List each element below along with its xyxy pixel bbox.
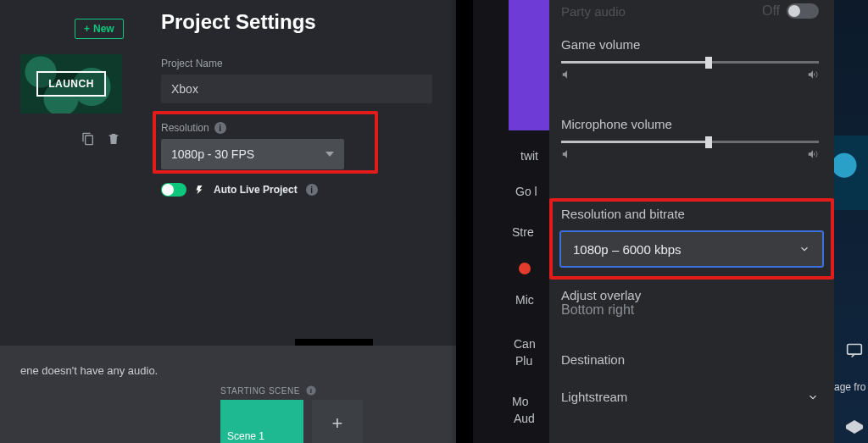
plus-icon: + — [84, 23, 90, 35]
truncated-text: age fro — [834, 381, 865, 393]
chevron-down-icon — [326, 152, 334, 157]
no-audio-message: ene doesn't have any audio. — [20, 364, 158, 377]
lightstream-panel: + New LAUNCH Project Settings Project Na… — [0, 0, 456, 443]
peek-text: Aud — [514, 412, 535, 425]
duplicate-icon[interactable] — [81, 132, 95, 149]
app-root: + New LAUNCH Project Settings Project Na… — [0, 0, 868, 443]
starting-scene-label: STARTING SCENE i — [220, 385, 363, 396]
peek-text: Mic — [515, 293, 534, 307]
broadcast-settings-panel: Party audio Off Game volume Microphone v… — [549, 0, 834, 443]
record-indicator-icon — [519, 263, 531, 274]
peek-text: Can — [514, 337, 536, 351]
resolution-bitrate-label: Resolution and bitrate — [561, 207, 819, 222]
volume-low-icon — [561, 69, 573, 84]
lightstream-row[interactable]: Lightstream — [561, 390, 819, 404]
add-scene-button[interactable]: + — [312, 400, 363, 443]
volume-high-icon — [807, 148, 819, 163]
lightstream-label: Lightstream — [561, 390, 627, 404]
peek-text: Mo — [512, 395, 528, 408]
launch-button[interactable]: LAUNCH — [36, 71, 106, 97]
adjust-overlay-label: Adjust overlay — [561, 288, 819, 302]
chevron-down-icon — [798, 243, 810, 255]
volume-low-icon — [561, 148, 573, 163]
resolution-label: Resolution i — [161, 122, 441, 134]
game-art-strip — [834, 0, 868, 443]
peek-text: Stre — [512, 225, 534, 239]
destination-row[interactable]: Destination — [561, 352, 819, 368]
scene-1-label: Scene 1 — [227, 430, 264, 442]
chat-icon[interactable] — [844, 342, 865, 359]
peek-text: Go l — [515, 185, 537, 198]
mic-volume-label: Microphone volume — [561, 117, 819, 163]
resolution-value: 1080p - 30 FPS — [171, 147, 254, 161]
game-tile[interactable] — [834, 136, 868, 210]
party-audio-toggle[interactable] — [787, 3, 819, 19]
volume-high-icon — [807, 69, 819, 84]
shadow — [449, 0, 473, 443]
peek-text: twit — [520, 149, 538, 163]
info-icon[interactable]: i — [306, 184, 318, 196]
game-volume-label: Game volume — [561, 37, 819, 84]
project-thumbnail[interactable]: LAUNCH — [20, 54, 122, 114]
info-icon[interactable]: i — [306, 385, 315, 395]
project-settings-form: Project Settings Project Name Resolution… — [161, 10, 441, 197]
bolt-icon — [195, 185, 205, 195]
auto-live-toggle[interactable] — [161, 183, 186, 197]
peek-text: Plu — [515, 354, 532, 368]
chevron-down-icon — [807, 391, 819, 403]
trash-icon[interactable] — [107, 132, 120, 149]
twitch-accent — [509, 0, 549, 130]
scenes-area: STARTING SCENE i Scene 1 + — [220, 385, 363, 443]
page-title: Project Settings — [161, 10, 441, 34]
destination-label: Destination — [561, 352, 625, 367]
auto-live-label: Auto Live Project — [214, 184, 298, 196]
scene-tile-1[interactable]: Scene 1 — [220, 400, 303, 443]
info-icon[interactable]: i — [214, 122, 226, 134]
resolution-bitrate-select[interactable]: 1080p – 6000 kbps — [559, 230, 824, 268]
adjust-overlay-row[interactable]: Adjust overlay Bottom right — [561, 288, 819, 318]
mic-volume-slider[interactable] — [561, 141, 819, 143]
new-button-label: New — [93, 23, 114, 35]
project-name-label: Project Name — [161, 58, 441, 69]
adjust-overlay-value: Bottom right — [561, 302, 819, 318]
game-volume-slider[interactable] — [561, 61, 819, 64]
resolution-select[interactable]: 1080p - 30 FPS — [161, 139, 344, 169]
party-audio-value: Off — [762, 3, 780, 19]
resolution-bitrate-value: 1080p – 6000 kbps — [573, 242, 682, 257]
svg-rect-0 — [848, 345, 862, 355]
party-audio-label: Party audio — [561, 4, 626, 19]
new-project-button[interactable]: + New — [75, 19, 124, 39]
brand-logo-icon — [844, 418, 865, 442]
project-name-input[interactable] — [161, 75, 432, 103]
